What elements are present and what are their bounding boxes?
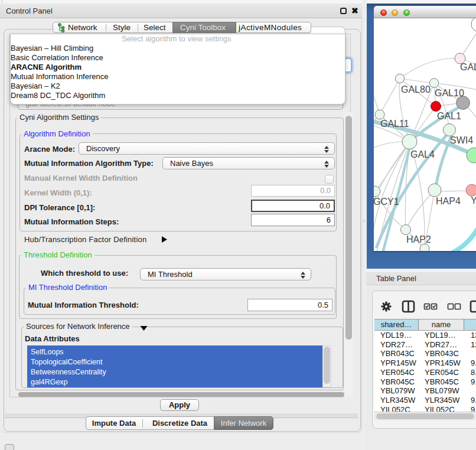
svg-text:SWI4: SWI4 (450, 135, 473, 145)
svg-text:GAL11: GAL11 (380, 119, 409, 129)
svg-text:GAL7: GAL7 (460, 62, 476, 72)
svg-text:GAL1: GAL1 (437, 111, 461, 121)
svg-text:GAL10: GAL10 (435, 88, 464, 98)
svg-text:HAP2: HAP2 (406, 234, 431, 244)
svg-text:GCY1: GCY1 (374, 197, 399, 207)
svg-text:GAL80: GAL80 (401, 84, 431, 94)
svg-text:GAL4: GAL4 (410, 149, 435, 159)
svg-text:Y: Y (471, 195, 476, 206)
svg-text:HAP4: HAP4 (436, 196, 461, 206)
